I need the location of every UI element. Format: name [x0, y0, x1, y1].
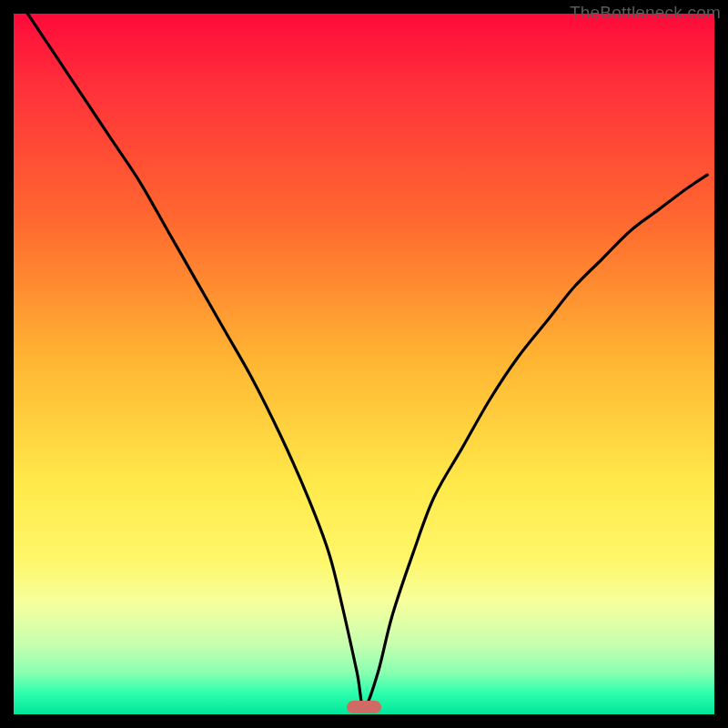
plot-area	[14, 14, 714, 714]
optimal-marker	[347, 701, 381, 713]
curve-path	[27, 14, 707, 707]
attribution-text: TheBottleneck.com	[570, 3, 721, 23]
bottleneck-curve	[14, 14, 714, 714]
chart-stage: TheBottleneck.com	[0, 0, 728, 728]
